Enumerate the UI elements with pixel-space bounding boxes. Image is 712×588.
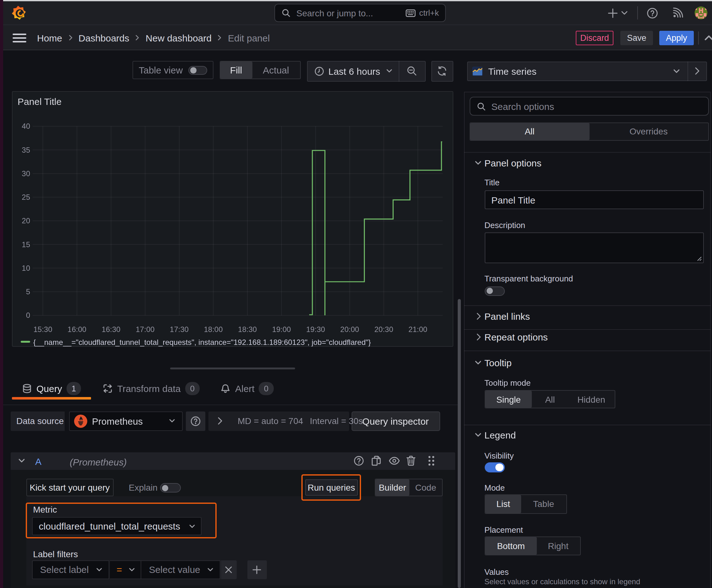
svg-text:5: 5 [26,287,30,296]
svg-text:{__name__="cloudflared_tunnel_: {__name__="cloudflared_tunnel_total_requ… [33,338,370,346]
svg-text:20:00: 20:00 [340,325,359,333]
svg-text:15:30: 15:30 [33,325,52,333]
svg-text:40: 40 [21,122,30,130]
svg-text:18:30: 18:30 [238,325,257,333]
svg-text:16:30: 16:30 [102,325,120,333]
svg-text:30: 30 [21,169,30,177]
svg-text:17:00: 17:00 [135,325,154,333]
svg-text:35: 35 [21,145,30,154]
svg-text:0: 0 [26,311,30,319]
svg-text:21:00: 21:00 [408,325,427,333]
svg-text:15: 15 [21,240,30,249]
svg-text:25: 25 [21,192,30,201]
svg-text:20:30: 20:30 [374,325,393,333]
svg-text:19:00: 19:00 [272,325,291,333]
svg-text:17:30: 17:30 [170,325,188,333]
svg-text:20: 20 [21,216,30,225]
svg-text:18:00: 18:00 [203,325,222,333]
svg-text:16:00: 16:00 [67,325,86,333]
svg-text:10: 10 [21,264,30,272]
svg-text:19:30: 19:30 [306,325,325,333]
